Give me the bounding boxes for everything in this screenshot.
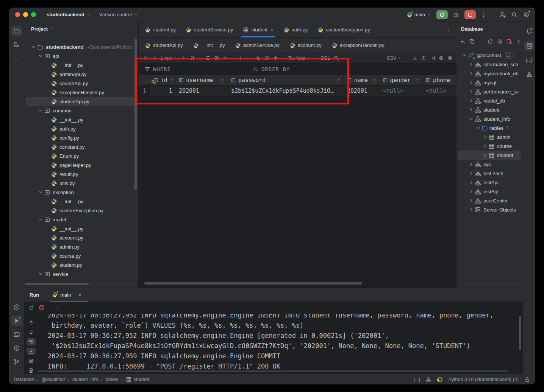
soft-wrap-button[interactable] (27, 338, 36, 345)
project-tree-item-student-py[interactable]: student.py (26, 260, 137, 269)
database-tree-item-localhost[interactable]: @localhost12 (458, 51, 521, 60)
project-tree-item-auth-py[interactable]: auth.py (26, 124, 137, 133)
reload-data-button[interactable] (204, 54, 211, 62)
chevron-down-icon[interactable] (468, 116, 475, 122)
tab-list-button[interactable]: ⋮ (446, 27, 451, 33)
database-tree-item-student[interactable]: student (458, 105, 521, 114)
find-button[interactable] (332, 54, 340, 62)
editor-tab-studentapi-py[interactable]: studentApi.py (140, 38, 188, 53)
google-account-icon[interactable] (437, 377, 442, 382)
project-menu-button[interactable]: studentbackend (47, 12, 91, 17)
chevron-right-icon[interactable] (468, 79, 475, 86)
chevron-right-icon[interactable] (468, 188, 475, 194)
database-tree-item-tables[interactable]: tables3 (458, 123, 521, 132)
editor-tab-exceptionhandler-py[interactable]: exceptionHandler.py (327, 38, 389, 53)
chevron-down-icon[interactable] (37, 107, 44, 114)
execution-time-button[interactable] (213, 54, 220, 62)
editor-tab-account-py[interactable]: account.py (285, 38, 327, 53)
chevron-down-icon[interactable] (37, 53, 44, 59)
project-tree-item-model[interactable]: model (26, 215, 137, 224)
project-tree-item-exception[interactable]: exception (26, 188, 137, 197)
ai-assistant-icon[interactable] (425, 376, 431, 383)
database-tree-item-student[interactable]: student (458, 151, 521, 160)
transaction-mode-selector[interactable]: Tx: Auto (287, 56, 312, 61)
breadcrumb-tables[interactable]: tables (106, 377, 118, 382)
cell-password[interactable]: $2b$12$uZCx1dkFupaSP4ue8ksJiO… (228, 86, 344, 96)
endpoints-tool-button[interactable]: {…} (524, 55, 534, 65)
project-horizontal-scrollbar[interactable] (25, 283, 89, 285)
vcs-menu-button[interactable]: Version control (99, 12, 138, 17)
editor-tab-customexception-py[interactable]: customException.py (313, 22, 375, 37)
jump-to-console-button[interactable] (506, 38, 512, 45)
chevron-right-icon[interactable] (468, 89, 475, 95)
structure-tool-button[interactable] (11, 39, 22, 50)
sort-icon[interactable] (169, 78, 175, 83)
cell-name[interactable]: 202001 (344, 86, 380, 96)
data-extractor-selector[interactable]: CSV (386, 56, 403, 61)
chevron-down-icon[interactable] (37, 189, 44, 195)
project-tree-item-api[interactable]: api (26, 51, 137, 61)
chevron-right-icon[interactable] (468, 61, 475, 67)
print-button[interactable] (27, 357, 36, 364)
project-tree-item-enum-py[interactable]: Enum.py (26, 151, 137, 160)
breadcrumb-student-info[interactable]: student_info (72, 377, 98, 382)
database-tree-item-testapi[interactable]: testApi (458, 178, 521, 187)
project-tree-item-init-py[interactable]: __init__.py (26, 197, 137, 206)
unlocked-icon[interactable] (524, 376, 530, 383)
chevron-right-icon[interactable] (481, 143, 488, 149)
database-tree-item-mynotebook-db[interactable]: mynotebook_db (458, 69, 521, 78)
project-tree-item-admin-py[interactable]: admin.py (26, 242, 137, 251)
database-tree-item-performance-sc[interactable]: performance_sc (458, 87, 521, 96)
project-tree-item-init-py[interactable]: __init__.py (26, 115, 137, 124)
run-tool-button[interactable] (11, 316, 22, 326)
more-tools-button[interactable]: … (11, 53, 22, 64)
database-tree-item-mysql[interactable]: mysql (458, 78, 521, 87)
chevron-down-icon[interactable] (475, 125, 481, 131)
project-tree-item-exceptionhandler-py[interactable]: exceptionHandler.py (26, 88, 137, 97)
close-icon[interactable]: × (270, 27, 274, 33)
import-data-button[interactable] (420, 54, 427, 62)
database-tree-item-student-info[interactable]: student_info (458, 114, 521, 123)
chevron-right-icon[interactable] (468, 198, 475, 204)
stop-main-button[interactable] (38, 304, 45, 311)
revert-changes-button[interactable] (254, 54, 262, 62)
database-tree-item-server-objects[interactable]: Server Objects (458, 205, 521, 214)
stop-button[interactable] (464, 10, 476, 19)
grid-settings-button[interactable] (446, 54, 453, 62)
refresh-schemas-button[interactable] (487, 38, 493, 45)
chevron-right-icon[interactable] (468, 170, 475, 176)
database-tree-item-course[interactable]: course (458, 142, 521, 151)
close-window-button[interactable] (15, 12, 20, 17)
chevron-right-icon[interactable] (468, 207, 475, 213)
rerun-main-button[interactable] (27, 304, 35, 311)
rerun-button[interactable] (436, 10, 448, 19)
preview-changes-button[interactable] (263, 54, 270, 62)
editor-tab-student[interactable]: student× (238, 22, 278, 37)
cell-gender[interactable]: <null> (380, 86, 423, 96)
project-tree-item-result-py[interactable]: result.py (26, 170, 137, 179)
column-header-id[interactable]: id (150, 75, 176, 85)
database-tree-item-sys[interactable]: sys (458, 160, 521, 169)
chevron-right-icon[interactable] (468, 107, 475, 113)
row-count-selector[interactable]: 1 row (159, 56, 178, 61)
project-tree-item-customexception-py[interactable]: customException.py (26, 206, 137, 215)
prev-occurrence-button[interactable] (27, 319, 36, 326)
next-occurrence-button[interactable] (27, 328, 36, 336)
order-by-filter[interactable]: ORDER BY (253, 66, 290, 72)
run-configuration-selector[interactable]: main (406, 12, 431, 18)
row-number[interactable]: 1 (139, 86, 150, 96)
project-vertical-scrollbar[interactable] (134, 39, 137, 190)
sort-icon[interactable] (336, 78, 341, 83)
database-tree-item-testsql[interactable]: testSql (458, 187, 521, 196)
column-header-password[interactable]: password (228, 75, 344, 85)
next-page-button[interactable] (180, 54, 187, 62)
project-tree-item-utils-py[interactable]: utils.py (26, 179, 137, 188)
project-tool-button[interactable] (11, 26, 22, 36)
project-tree-item-constant-py[interactable]: constant.py (26, 142, 137, 151)
editor-tab-auth-py[interactable]: auth.py (278, 22, 313, 37)
code-with-me-button[interactable] (499, 11, 506, 18)
project-tree-item-service[interactable]: service (26, 269, 137, 278)
breadcrumb-localhost[interactable]: @localhost (41, 377, 65, 382)
project-tree-item-courseapi-py[interactable]: courseApi.py (26, 79, 137, 88)
run-tab-main[interactable]: main × (50, 288, 88, 302)
